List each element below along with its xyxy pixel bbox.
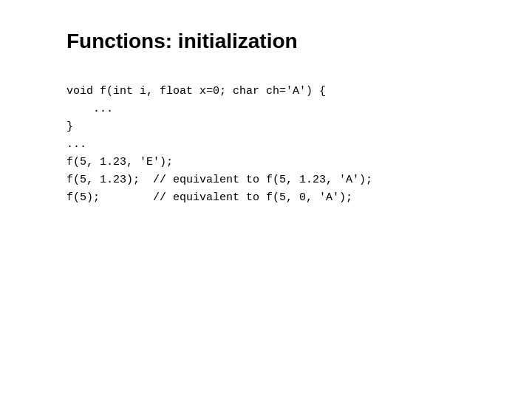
code-line-2: ... xyxy=(66,100,488,118)
code-line-1: void f(int i, float x=0; char ch='A') { xyxy=(66,83,488,100)
code-line-4: ... xyxy=(66,136,488,154)
code-line-3: } xyxy=(66,118,488,136)
code-line-5: f(5, 1.23, 'E'); xyxy=(66,154,488,171)
code-line-6: f(5, 1.23); // equivalent to f(5, 1.23, … xyxy=(66,171,488,189)
slide-title: Functions: initialization xyxy=(66,30,488,53)
code-block: void f(int i, float x=0; char ch='A') { … xyxy=(66,83,488,207)
slide: Functions: initialization void f(int i, … xyxy=(0,0,532,399)
code-line-7: f(5); // equivalent to f(5, 0, 'A'); xyxy=(66,189,488,207)
